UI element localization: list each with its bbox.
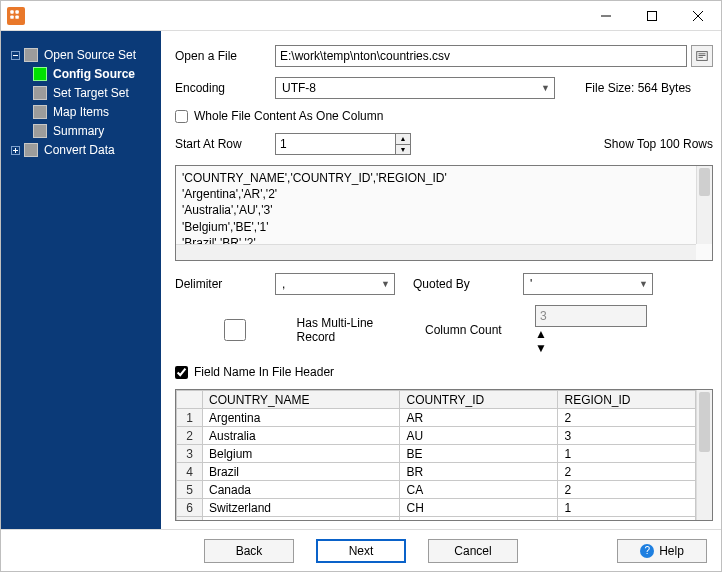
sidebar: Open Source Set Config Source Set Target… xyxy=(1,31,161,529)
table-row[interactable]: 1ArgentinaAR2 xyxy=(177,409,696,427)
file-preview[interactable]: 'COUNTRY_NAME','COUNTRY_ID','REGION_ID' … xyxy=(175,165,713,261)
start-row-spinner[interactable]: ▲ ▼ xyxy=(275,133,411,155)
delimiter-select[interactable]: , ▼ xyxy=(275,273,395,295)
wizard-window: Open Source Set Config Source Set Target… xyxy=(0,0,722,572)
table-cell: CN xyxy=(400,517,558,522)
open-file-label: Open a File xyxy=(175,49,275,63)
start-row-input[interactable] xyxy=(275,133,395,155)
sidebar-item-set-target-set[interactable]: Set Target Set xyxy=(33,86,161,100)
table-cell: Belgium xyxy=(203,445,400,463)
sidebar-item-config-source[interactable]: Config Source xyxy=(33,67,161,81)
maximize-button[interactable] xyxy=(629,1,675,31)
table-cell: Brazil xyxy=(203,463,400,481)
table-v-scrollbar[interactable] xyxy=(696,390,712,520)
sidebar-item-label: Set Target Set xyxy=(53,86,129,100)
table-header[interactable]: COUNTRY_NAME xyxy=(203,391,400,409)
column-count-spinner: ▲ ▼ xyxy=(535,305,647,355)
table-cell: Switzerland xyxy=(203,499,400,517)
spinner-up-icon[interactable]: ▲ xyxy=(396,134,410,145)
help-button[interactable]: ? Help xyxy=(617,539,707,563)
table-row[interactable]: 4BrazilBR2 xyxy=(177,463,696,481)
table-cell: Canada xyxy=(203,481,400,499)
step-icon xyxy=(24,48,38,62)
show-top-label: Show Top 100 Rows xyxy=(604,137,713,151)
delimiter-label: Delimiter xyxy=(175,277,275,291)
step-icon xyxy=(33,105,47,119)
svg-rect-6 xyxy=(699,55,706,56)
open-file-input[interactable] xyxy=(275,45,687,67)
sidebar-item-label: Open Source Set xyxy=(44,48,136,62)
table-cell: 2 xyxy=(558,463,696,481)
app-icon xyxy=(7,7,25,25)
table-cell: 3 xyxy=(558,427,696,445)
table-cell: Australia xyxy=(203,427,400,445)
tree-collapse-icon[interactable] xyxy=(11,51,20,60)
table-header[interactable]: COUNTRY_ID xyxy=(400,391,558,409)
help-label: Help xyxy=(659,544,684,558)
field-header-checkbox[interactable] xyxy=(175,366,188,379)
table-row[interactable]: 5CanadaCA2 xyxy=(177,481,696,499)
start-row-label: Start At Row xyxy=(175,137,275,151)
data-table-wrap[interactable]: COUNTRY_NAMECOUNTRY_IDREGION_ID 1Argenti… xyxy=(175,389,713,521)
encoding-value: UTF-8 xyxy=(282,81,316,95)
table-row[interactable]: 2AustraliaAU3 xyxy=(177,427,696,445)
table-cell: AR xyxy=(400,409,558,427)
table-cell: Argentina xyxy=(203,409,400,427)
sidebar-item-label: Map Items xyxy=(53,105,109,119)
column-count-label: Column Count xyxy=(425,323,535,337)
encoding-label: Encoding xyxy=(175,81,275,95)
table-header[interactable]: REGION_ID xyxy=(558,391,696,409)
multiline-label: Has Multi-Line Record xyxy=(297,316,407,344)
close-button[interactable] xyxy=(675,1,721,31)
sidebar-item-label: Config Source xyxy=(53,67,135,81)
svg-rect-1 xyxy=(648,11,657,20)
data-table: COUNTRY_NAMECOUNTRY_IDREGION_ID 1Argenti… xyxy=(176,390,696,521)
sidebar-item-label: Summary xyxy=(53,124,104,138)
minimize-button[interactable] xyxy=(583,1,629,31)
table-cell: AU xyxy=(400,427,558,445)
svg-rect-7 xyxy=(699,57,703,58)
multiline-checkbox[interactable] xyxy=(179,319,291,341)
table-cell: 1 xyxy=(558,445,696,463)
preview-h-scrollbar[interactable] xyxy=(176,244,696,260)
table-cell: CH xyxy=(400,499,558,517)
quoted-label: Quoted By xyxy=(413,277,523,291)
browse-file-button[interactable] xyxy=(691,45,713,67)
help-icon: ? xyxy=(640,544,654,558)
main-panel: Open a File Encoding UTF-8 ▼ File Size: … xyxy=(161,31,721,529)
sidebar-item-label: Convert Data xyxy=(44,143,115,157)
sidebar-item-map-items[interactable]: Map Items xyxy=(33,105,161,119)
preview-text: 'COUNTRY_NAME','COUNTRY_ID','REGION_ID' … xyxy=(182,171,447,250)
sidebar-item-open-source-set[interactable]: Open Source Set xyxy=(11,48,161,62)
spinner-down-icon[interactable]: ▼ xyxy=(396,145,410,155)
table-row[interactable]: 3BelgiumBE1 xyxy=(177,445,696,463)
back-button[interactable]: Back xyxy=(204,539,294,563)
sidebar-item-summary[interactable]: Summary xyxy=(33,124,161,138)
step-icon xyxy=(33,86,47,100)
table-cell: China xyxy=(203,517,400,522)
step-active-icon xyxy=(33,67,47,81)
svg-rect-5 xyxy=(699,53,706,54)
table-cell: 2 xyxy=(558,409,696,427)
table-row[interactable]: 6SwitzerlandCH1 xyxy=(177,499,696,517)
preview-v-scrollbar[interactable] xyxy=(696,166,712,244)
next-button[interactable]: Next xyxy=(316,539,406,563)
sidebar-item-convert-data[interactable]: Convert Data xyxy=(11,143,161,157)
table-cell: 2 xyxy=(558,481,696,499)
quoted-value: ' xyxy=(530,277,532,291)
chevron-down-icon: ▼ xyxy=(639,279,648,289)
table-cell: CA xyxy=(400,481,558,499)
chevron-down-icon: ▼ xyxy=(541,83,550,93)
step-icon xyxy=(33,124,47,138)
whole-file-checkbox[interactable] xyxy=(175,110,188,123)
quoted-select[interactable]: ' ▼ xyxy=(523,273,653,295)
whole-file-label: Whole File Content As One Column xyxy=(194,109,383,123)
spinner-up-icon: ▲ xyxy=(535,327,647,341)
table-cell: 3 xyxy=(558,517,696,522)
file-size-label: File Size: 564 Bytes xyxy=(585,81,691,95)
chevron-down-icon: ▼ xyxy=(381,279,390,289)
encoding-select[interactable]: UTF-8 ▼ xyxy=(275,77,555,99)
tree-expand-icon[interactable] xyxy=(11,146,20,155)
table-row[interactable]: 7ChinaCN3 xyxy=(177,517,696,522)
cancel-button[interactable]: Cancel xyxy=(428,539,518,563)
